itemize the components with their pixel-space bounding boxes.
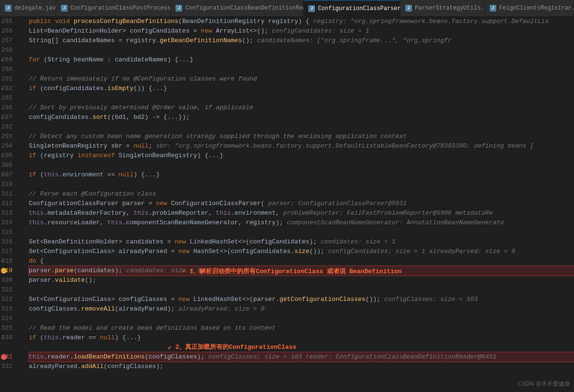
- gutter: [18, 132, 29, 141]
- code-text: this.metadataReaderFactory, this.problem…: [29, 208, 574, 218]
- code-text: [29, 228, 574, 237]
- code-text: Set<ConfigurationClass> alreadyParsed = …: [29, 247, 574, 256]
- line-number: 295: [0, 151, 18, 161]
- line-number: 282: [0, 84, 18, 93]
- table-row: 323 configClasses.removeAll(alreadyParse…: [0, 304, 574, 314]
- gutter: [18, 74, 29, 84]
- gutter: [18, 26, 29, 36]
- line-number: 311: [0, 189, 18, 199]
- table-row: 321: [0, 285, 574, 295]
- code-text: alreadyParsed.addAll(configClasses);: [29, 362, 574, 371]
- tab-parserstrat[interactable]: J ParserStrategyUtils.java ✕: [400, 0, 485, 16]
- line-number: 265: [0, 17, 18, 26]
- code-text: do {: [29, 256, 574, 266]
- tab-label: delegate.java: [14, 5, 59, 12]
- table-row: 331 this.reader.loadBeanDefinitions(conf…: [0, 352, 574, 362]
- code-text: this.resourceLoader, this.componentScanB…: [29, 218, 574, 228]
- ide-window: J delegate.java ✕ J ConfigurationClassPo…: [0, 0, 574, 392]
- code-text: Set<BeanDefinitionHolder> candidates = n…: [29, 237, 574, 247]
- line-number: 321: [0, 285, 18, 295]
- gutter: [18, 46, 29, 55]
- line-number: 280: [0, 65, 18, 74]
- java-icon: J: [308, 5, 315, 12]
- code-text: [29, 180, 574, 189]
- tab-feignclients[interactable]: J FeignClientsRegistrar.java ✕: [485, 0, 574, 16]
- table-row: 312 ConfigurationClassParser parser = ne…: [0, 199, 574, 208]
- line-number: 312: [0, 199, 18, 208]
- code-text: if (configCandidates.isEmpty()) {...}: [29, 84, 574, 93]
- gutter: [18, 304, 29, 314]
- line-number: 325: [0, 323, 18, 333]
- gutter: [18, 314, 29, 323]
- code-text: [29, 314, 574, 323]
- table-row: 286 // Sort by previously determined @Or…: [0, 103, 574, 113]
- table-row: 318 do {: [0, 256, 574, 266]
- table-row: 292: [0, 122, 574, 132]
- gutter: [18, 36, 29, 46]
- annotation-label-1: ← 1、解析启动类中的所有ConfigurationClass 或者说 Bean…: [182, 267, 402, 276]
- table-row: 269 for (String beanName : candidateName…: [0, 55, 574, 65]
- line-number: 268: [0, 46, 18, 55]
- table-row: 330 if (this.reader == null) {...}: [0, 333, 574, 343]
- gutter: [18, 161, 29, 170]
- gutter: [18, 218, 29, 228]
- line-number: 293: [0, 132, 18, 141]
- tab-configparser[interactable]: J ConfigurationClassParser.java ✕: [304, 0, 400, 16]
- line-number: 317: [0, 247, 18, 256]
- gutter: [18, 55, 29, 65]
- line-number: 323: [0, 304, 18, 314]
- code-text: [29, 122, 574, 132]
- gutter: [18, 170, 29, 180]
- line-number: 286: [0, 103, 18, 113]
- table-row: 315: [0, 228, 574, 237]
- table-row: 332 alreadyParsed.addAll(configClasses);: [0, 362, 574, 371]
- gutter: [18, 323, 29, 333]
- line-number: 314: [0, 218, 18, 228]
- code-text: if (this.environment == null) {...}: [29, 170, 574, 180]
- code-text: // Parse each @Configuration class: [29, 189, 574, 199]
- java-icon: J: [405, 5, 412, 12]
- gutter: [18, 103, 29, 113]
- line-number: 315: [0, 228, 18, 237]
- table-row: 295 if (registry instanceof SingletonBea…: [0, 151, 574, 161]
- table-row: 307 if (this.environment == null) {...}: [0, 170, 574, 180]
- code-text: this.reader.loadBeanDefinitions(configCl…: [29, 352, 574, 362]
- table-row: 294 SingletonBeanRegistry sbr = null; sb…: [0, 141, 574, 151]
- tab-configreader[interactable]: J ConfigurationClassBeanDefinitionReader…: [171, 0, 304, 16]
- gutter: [18, 189, 29, 199]
- line-number: 287: [0, 113, 18, 122]
- line-number: 292: [0, 122, 18, 132]
- code-lines: 265 public void processConfigBeanDefinit…: [0, 17, 574, 392]
- code-text: configClasses.removeAll(alreadyParsed); …: [29, 304, 574, 314]
- table-row: 306: [0, 161, 574, 170]
- line-number: 330: [0, 333, 18, 343]
- code-text: [29, 46, 574, 55]
- line-number: 266: [0, 26, 18, 36]
- table-row: 293 // Detect any custom bean name gener…: [0, 132, 574, 141]
- tab-configpost[interactable]: J ConfigurationClassPostProcessor.java ✕: [56, 0, 171, 16]
- code-text: // Detect any custom bean name generatio…: [29, 132, 574, 141]
- gutter: [18, 180, 29, 189]
- tab-delegate[interactable]: J delegate.java ✕: [0, 0, 56, 16]
- table-row: 282 if (configCandidates.isEmpty()) {...…: [0, 84, 574, 93]
- code-text: [29, 93, 574, 103]
- gutter: [18, 266, 29, 276]
- line-number: 332: [0, 362, 18, 371]
- line-number: 313: [0, 208, 18, 218]
- java-icon: J: [176, 5, 182, 12]
- table-row: 311 // Parse each @Configuration class: [0, 189, 574, 199]
- line-number: 322: [0, 295, 18, 304]
- code-text: List<BeanDefinitionHolder> configCandida…: [29, 26, 574, 36]
- watermark: CSDN @禾禾爱健身: [517, 380, 570, 388]
- gutter: [18, 247, 29, 256]
- table-row: 265 public void processConfigBeanDefinit…: [0, 17, 574, 26]
- table-row: 317 Set<ConfigurationClass> alreadyParse…: [0, 247, 574, 256]
- table-row: 325 // Read the model and create bean de…: [0, 323, 574, 333]
- line-number: 281: [0, 74, 18, 84]
- line-number: 307: [0, 170, 18, 180]
- table-row: 313 this.metadataReaderFactory, this.pro…: [0, 208, 574, 218]
- gutter: [18, 352, 29, 362]
- table-row: 322 Set<ConfigurationClass> configClasse…: [0, 295, 574, 304]
- code-text: ConfigurationClassParser parser = new Co…: [29, 199, 574, 208]
- line-number: 306: [0, 161, 18, 170]
